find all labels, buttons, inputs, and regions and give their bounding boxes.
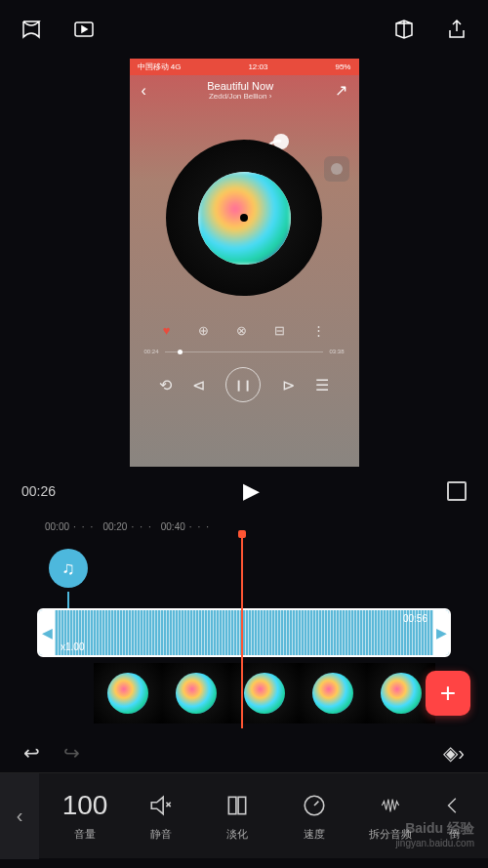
- share-icon[interactable]: [445, 18, 468, 41]
- like-icon: ♥: [163, 323, 171, 338]
- battery-text: 95%: [335, 62, 350, 71]
- carrier-text: 中国移动 4G: [138, 62, 182, 72]
- fade-label: 淡化: [226, 827, 248, 842]
- inner-status-bar: 中国移动 4G 12:03 95%: [130, 59, 359, 75]
- volume-button[interactable]: 100 音量: [59, 790, 112, 842]
- video-frame: [162, 663, 230, 723]
- share-small-icon: ↗: [335, 81, 347, 100]
- progress-track: [165, 351, 324, 352]
- shuffle-icon: ⟲: [159, 376, 172, 394]
- video-frame: [299, 663, 367, 723]
- volume-value: 100: [62, 790, 108, 821]
- progress-end: 03:38: [329, 349, 344, 354]
- watermark: Baidu 经验 jingyan.baidu.com: [395, 820, 474, 848]
- ruler-mark: 00:20: [102, 521, 127, 532]
- record-button: [324, 156, 349, 182]
- pause-icon: ❙❙: [225, 367, 261, 402]
- layers-icon[interactable]: [392, 18, 416, 41]
- reverse-icon: [443, 790, 465, 821]
- ruler-dots: ···: [131, 521, 156, 532]
- clip-handle-right[interactable]: ▶: [433, 610, 449, 655]
- clip-duration: 00:56: [403, 613, 427, 624]
- keyframe-button[interactable]: ◈›: [443, 741, 465, 765]
- download-icon: ⊕: [198, 323, 209, 338]
- volume-label: 音量: [74, 827, 96, 842]
- next-icon: ⊳: [282, 376, 295, 394]
- prev-icon: ⊲: [192, 376, 205, 394]
- mute-button[interactable]: 静音: [135, 790, 188, 842]
- vinyl-record: [166, 140, 322, 296]
- play-button[interactable]: ▶: [243, 478, 260, 504]
- mute-label: 静音: [150, 827, 172, 842]
- playhead[interactable]: [241, 533, 243, 728]
- speed-icon: [302, 790, 327, 821]
- video-track[interactable]: +: [94, 663, 451, 723]
- comment-icon: ⊟: [274, 323, 285, 338]
- mute-icon: [148, 790, 174, 821]
- song-title: Beautiful Now: [146, 80, 335, 92]
- ruler-mark: 00:40: [161, 521, 185, 532]
- detach-icon: [378, 790, 403, 821]
- ruler-dots: ···: [73, 521, 99, 532]
- svg-rect-2: [229, 797, 237, 813]
- fullscreen-button[interactable]: [447, 481, 467, 501]
- preview-play-icon[interactable]: [72, 18, 96, 41]
- undo-button[interactable]: ↩: [23, 741, 40, 765]
- playlist-icon: ☰: [315, 376, 329, 394]
- current-time: 00:26: [21, 483, 56, 499]
- audio-waveform: 00:56 x1.00: [55, 610, 433, 655]
- ruler-mark: 00:00: [45, 521, 69, 532]
- video-frame: [94, 663, 162, 723]
- video-preview[interactable]: 中国移动 4G 12:03 95% ‹ Beautiful Now Zedd/J…: [130, 59, 359, 467]
- audio-clip[interactable]: ◀ 00:56 x1.00 ▶: [37, 608, 451, 657]
- toolbar-back-button[interactable]: ‹: [0, 773, 39, 859]
- svg-rect-3: [238, 797, 246, 813]
- effects-icon: ⊗: [236, 323, 247, 338]
- watermark-url: jingyan.baidu.com: [395, 838, 474, 848]
- audio-track-marker[interactable]: ♫: [49, 549, 88, 598]
- time-text: 12:03: [248, 62, 267, 71]
- redo-button[interactable]: ↪: [63, 741, 80, 765]
- more-icon: ⋮: [312, 323, 325, 338]
- ruler-dots: ···: [189, 521, 215, 532]
- speed-button[interactable]: 速度: [287, 790, 341, 842]
- speed-label: 速度: [304, 827, 325, 842]
- logo-icon[interactable]: [20, 18, 43, 41]
- clip-handle-left[interactable]: ◀: [39, 610, 55, 655]
- music-note-icon: ♫: [49, 549, 88, 588]
- song-artist: Zedd/Jon Bellion ›: [146, 92, 335, 101]
- clip-speed: x1.00: [61, 641, 84, 652]
- watermark-brand: Baidu 经验: [395, 820, 474, 838]
- add-clip-button[interactable]: +: [426, 671, 470, 716]
- fade-button[interactable]: 淡化: [211, 790, 264, 842]
- progress-start: 00:24: [144, 349, 159, 354]
- album-art: [198, 172, 291, 265]
- fade-icon: [224, 790, 250, 821]
